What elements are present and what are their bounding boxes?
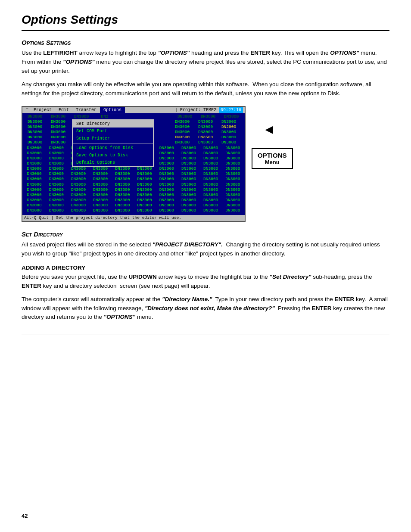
adding-directory-body2: The computer's cursor will automatically…: [22, 295, 389, 322]
dropdown-item-load-options: Load Options from Disk: [73, 144, 153, 152]
dn-row-extra: DN3000DN3000DN3000DN3000DN3000DN3000DN30…: [24, 166, 243, 171]
screen-container: = Project Edit Transfer Options | Projec…: [22, 106, 389, 222]
page-title: Options Settings: [22, 13, 389, 27]
dropdown-item-setup-printer: Setup Printer: [73, 135, 153, 142]
menu-item-edit: Edit: [55, 107, 72, 113]
menu-bar: = Project Edit Transfer Options | Projec…: [22, 107, 245, 113]
project-info: | Project: TEMP2: [172, 107, 219, 113]
dn-row-extra: DN3000DN3000DN3000DN3000DN3000DN3000DN30…: [24, 187, 243, 193]
dn-row-extra: DN3000DN3000DN3000DN3000DN3000DN3000DN30…: [24, 203, 243, 208]
dropdown-item-default-options: Default Options: [73, 159, 153, 166]
options-settings-body1: Use the LEFT/RIGHT arrow keys to highlig…: [22, 49, 389, 76]
dn-row-extra: DN3000DN3000DN3000DN3000DN3000DN3000DN30…: [24, 171, 243, 177]
menu-item-options: Options: [100, 107, 125, 113]
set-directory-body1: All saved project files will be stored i…: [22, 240, 389, 258]
status-bar: Alt-Q Quit | Set the project directory t…: [22, 215, 245, 221]
options-arrow: ◀: [265, 124, 273, 135]
dn-row-extra: DN3000DN3000DN3000DN3000DN3000DN3000DN30…: [24, 198, 243, 203]
time-display: 09:27:16: [219, 107, 243, 113]
dn-row-extra: DN3000DN3000DN3000DN3000DN3000DN3000DN30…: [24, 193, 243, 198]
title-divider: [22, 30, 389, 31]
options-dropdown: Set Directory Set COM Port Setup Printer…: [72, 119, 154, 167]
sys-menu-icon: =: [24, 107, 30, 113]
page-number: 42: [22, 513, 28, 519]
screen-body: DN3000DN3000DN3000DN3 DN3000DN3000DN3000…: [22, 113, 245, 215]
options-settings-heading: Options Settings: [22, 39, 389, 46]
adding-directory-heading: Adding a Directory: [22, 264, 389, 271]
adding-directory-body1: Before you save your project file, use t…: [22, 273, 389, 291]
options-menu-label: OPTIONS Menu: [252, 148, 293, 169]
dropdown-item-set-com-port: Set COM Port: [73, 128, 153, 135]
screen-simulation: = Project Edit Transfer Options | Projec…: [22, 106, 246, 222]
dn-row-extra: DN3000DN3000DN3000DN3000DN3000DN3000DN30…: [24, 182, 243, 187]
menu-item-project: Project: [30, 107, 55, 113]
set-directory-heading: Set Directory: [22, 230, 389, 238]
bottom-divider: [22, 335, 389, 335]
dn-row-extra: DN3000DN3000DN3000DN3000DN3000DN3000DN30…: [24, 208, 243, 213]
dropdown-item-save-options: Save Options to Disk: [73, 152, 153, 159]
menu-item-transfer: Transfer: [72, 107, 100, 113]
dn-row-1: DN3000DN3000DN3000DN3 DN3000DN3000DN3000: [24, 114, 243, 119]
dropdown-item-set-directory: Set Directory: [73, 120, 153, 128]
options-settings-body2: Any changes you make will only be effect…: [22, 80, 389, 98]
dn-row-extra: DN3000DN3000DN3000DN3000DN3000DN3000DN30…: [24, 177, 243, 182]
